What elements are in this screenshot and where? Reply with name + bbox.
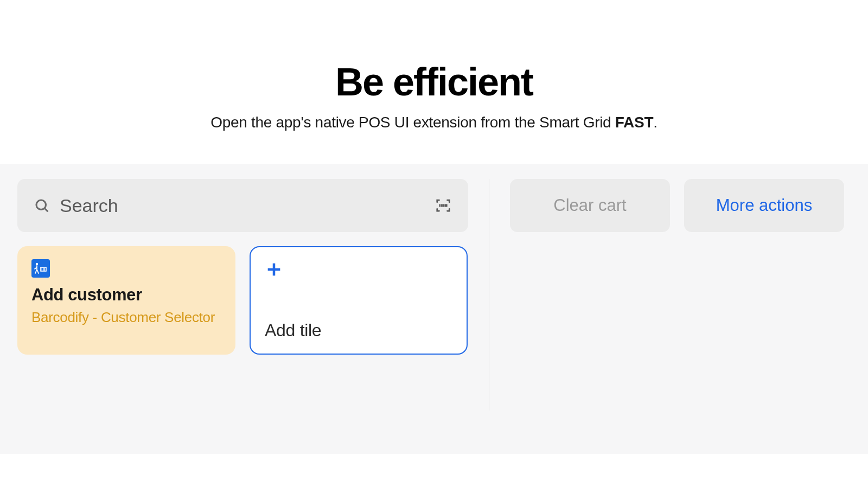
app-icon	[31, 259, 50, 278]
svg-line-1	[44, 208, 48, 211]
barcode-scan-icon[interactable]	[435, 197, 452, 214]
hero-section: Be efficient Open the app's native POS U…	[0, 0, 868, 164]
tile-customer-title: Add customer	[31, 285, 221, 305]
tile-customer-subtitle: Barcodify - Customer Selector	[31, 309, 221, 326]
search-icon	[34, 197, 50, 214]
more-actions-button[interactable]: More actions	[684, 179, 844, 232]
hero-title: Be efficient	[0, 60, 868, 104]
tiles-row: Add customer Barcodify - Customer Select…	[17, 246, 468, 355]
clear-cart-button[interactable]: Clear cart	[510, 179, 670, 232]
person-walking-icon	[34, 262, 48, 274]
hero-subtitle-pre: Open the app's native POS UI extension f…	[210, 114, 615, 131]
search-placeholder: Search	[60, 195, 425, 216]
svg-point-7	[36, 263, 38, 265]
hero-subtitle-bold: FAST	[615, 114, 653, 131]
svg-point-0	[36, 200, 46, 210]
add-tile-label: Add tile	[265, 320, 452, 341]
pos-panel: Search	[0, 164, 868, 454]
hero-subtitle-post: .	[653, 114, 657, 131]
right-column: Clear cart More actions	[489, 179, 851, 410]
left-column: Search	[17, 179, 489, 410]
hero-subtitle: Open the app's native POS UI extension f…	[0, 114, 868, 131]
search-bar[interactable]: Search	[17, 179, 468, 232]
plus-icon	[265, 260, 452, 279]
add-customer-tile[interactable]: Add customer Barcodify - Customer Select…	[17, 246, 235, 355]
add-tile-button[interactable]: Add tile	[250, 246, 468, 355]
